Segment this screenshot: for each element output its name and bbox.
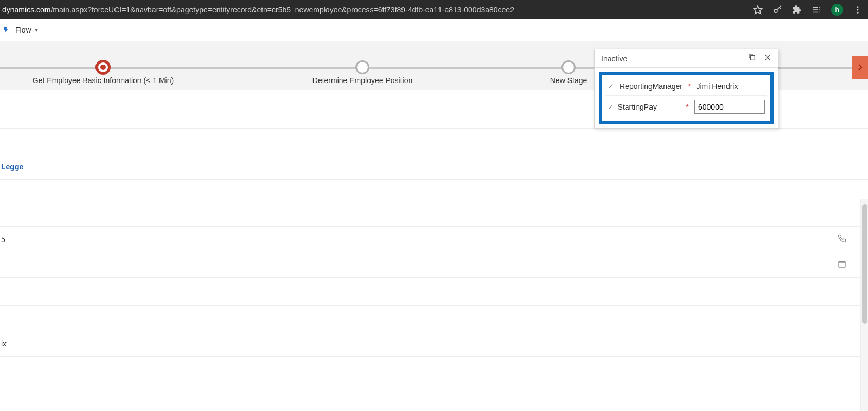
flyout-status: Inactive [601,54,627,63]
stage-circle-icon [355,60,369,74]
dock-icon[interactable] [749,54,756,63]
svg-point-3 [857,9,859,10]
row-separator [0,356,868,357]
stage-circle-active-icon [95,60,111,75]
form-area: Legge 5 ix [0,90,868,357]
stage-node-1[interactable] [95,60,111,75]
field-name: StartingPay [618,103,683,111]
svg-point-4 [857,11,859,13]
svg-marker-0 [754,5,762,14]
required-asterisk: * [688,82,691,91]
svg-point-2 [857,6,859,8]
form-row-legge[interactable]: Legge [0,154,868,179]
flow-label: Flow [15,26,31,34]
next-stage-arrow[interactable] [852,56,868,79]
stage-circle-icon [561,60,576,74]
form-row-phone[interactable]: 5 [0,227,868,252]
stage-label-1: Get Employee Basic Information (< 1 Min) [33,76,174,85]
flyout-field-startingpay[interactable]: ✓ StartingPay * [605,95,767,118]
browser-address-bar: dynamics.com/main.aspx?forceUCI=1&navbar… [0,0,868,19]
field-value[interactable]: Jimi Hendrix [696,82,765,91]
startingpay-input[interactable] [694,100,765,114]
flow-button[interactable]: Flow ▾ [3,26,38,34]
close-icon[interactable] [764,54,771,63]
field-value: 5 [1,235,5,244]
scrollbar-thumb[interactable] [862,204,867,324]
stage-label-2: Determine Employee Position [312,76,412,85]
check-icon: ✓ [608,82,616,91]
extensions-icon[interactable] [792,5,802,15]
stage-flyout: Inactive ✓ ReportingManager * Jimi Hendr… [594,49,778,129]
kebab-menu-icon[interactable] [853,5,863,15]
flyout-header: Inactive [595,49,778,68]
command-bar: Flow ▾ [0,19,868,41]
svg-rect-8 [839,261,845,267]
lookup-link[interactable]: Legge [1,162,23,171]
required-asterisk: * [686,103,689,111]
phone-icon[interactable] [838,234,846,245]
reading-list-icon[interactable] [812,5,821,15]
form-row[interactable] [0,129,868,154]
field-value: ix [1,339,7,348]
svg-rect-5 [751,56,755,60]
vertical-scrollbar[interactable] [860,199,868,411]
url-domain: dynamics.com [2,5,50,14]
profile-avatar[interactable]: h [831,4,843,16]
form-row-ix[interactable]: ix [0,331,868,356]
browser-url[interactable]: dynamics.com/main.aspx?forceUCI=1&navbar… [0,5,514,14]
calendar-icon[interactable] [838,260,846,270]
star-icon[interactable] [753,5,763,15]
key-icon[interactable] [773,5,782,15]
stage-node-2[interactable] [355,60,369,74]
stage-label-3: New Stage [550,76,587,85]
browser-right-icons: h [753,0,863,19]
field-name: ReportingManager [620,82,685,91]
flow-icon [3,26,12,34]
form-row[interactable] [0,306,868,331]
flyout-body: ✓ ReportingManager * Jimi Hendrix ✓ Star… [599,72,774,124]
check-icon: ✓ [608,103,615,111]
flyout-field-reportingmanager[interactable]: ✓ ReportingManager * Jimi Hendrix [605,78,767,95]
chevron-down-icon: ▾ [35,26,38,34]
form-row-date[interactable] [0,252,868,277]
url-path: /main.aspx?forceUCI=1&navbar=off&pagetyp… [50,5,514,14]
stage-node-3[interactable] [561,60,576,74]
form-row[interactable] [0,180,868,205]
